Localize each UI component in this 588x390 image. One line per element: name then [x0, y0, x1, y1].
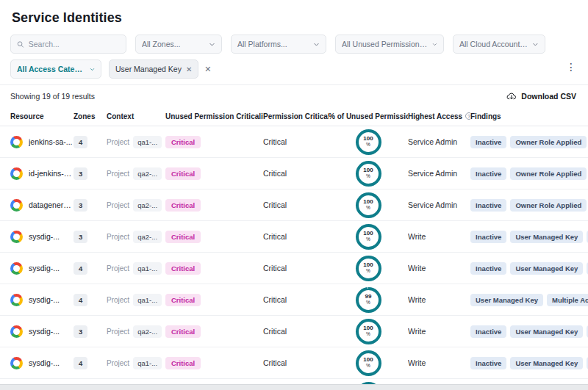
- resource-cell: sysdig-...: [10, 294, 74, 306]
- context-prefix-label: Project: [107, 359, 129, 367]
- percent-sign: %: [366, 237, 370, 242]
- finding-badge[interactable]: User Managed Key: [510, 325, 583, 338]
- help-icon[interactable]: ?: [465, 112, 470, 120]
- context-value-badge[interactable]: qa1-...: [133, 357, 162, 369]
- filters-row-2: All Access Categories... User Managed Ke…: [0, 58, 588, 85]
- resource-name-link[interactable]: datagenerati...: [29, 201, 74, 209]
- column-header-unused-permission-criticality[interactable]: Unused Permission Criticality?: [165, 112, 263, 120]
- cloud-accounts-filter-dropdown[interactable]: All Cloud Accounts...: [453, 35, 545, 54]
- zones-count-badge[interactable]: 3: [74, 199, 87, 212]
- table-row[interactable]: jenkins-sa-... 4 Project qa1-... Critica…: [0, 126, 588, 158]
- finding-badge[interactable]: Multiple Access Ke: [547, 294, 588, 306]
- context-value-badge[interactable]: qa2-...: [133, 199, 162, 212]
- table-row[interactable]: id-jenkins-sa... 3 Project qa2-... Criti…: [0, 158, 588, 189]
- more-options-icon[interactable]: ⋮: [566, 59, 576, 74]
- context-value-badge[interactable]: qa1-...: [133, 294, 162, 306]
- table-row[interactable]: sysdig-... 4 Project qa1-... Critical Cr…: [0, 284, 588, 316]
- column-header-percent-unused-permissions[interactable]: % of Unused Permissions: [329, 112, 408, 120]
- table-row[interactable]: sysdig-... 3 Project qa2-... Critical Cr…: [0, 316, 588, 347]
- highest-access-cell: Write: [408, 358, 470, 367]
- finding-badge[interactable]: User Managed Key: [510, 262, 583, 275]
- context-cell: Project qa2-...: [107, 199, 165, 212]
- context-value-badge[interactable]: qa1-...: [133, 262, 162, 275]
- zones-filter-dropdown[interactable]: All Zones...: [135, 35, 222, 54]
- cloud-download-icon: [506, 92, 517, 101]
- table-row[interactable]: sysdig-... 4 Project qa1-... Critical Cr…: [0, 347, 588, 379]
- resource-name-link[interactable]: sysdig-...: [29, 295, 60, 304]
- resource-name-link[interactable]: jenkins-sa-...: [29, 137, 73, 146]
- finding-badge[interactable]: Inactive: [470, 262, 506, 275]
- context-prefix-label: Project: [107, 201, 129, 209]
- finding-badge[interactable]: Inactive: [470, 199, 506, 212]
- resource-cell: sysdig-...: [10, 231, 74, 243]
- active-filter-chip-user-managed-key[interactable]: User Managed Key ✕: [109, 59, 198, 79]
- finding-badge[interactable]: Inactive: [470, 136, 506, 148]
- resource-name-link[interactable]: sysdig-...: [29, 232, 60, 241]
- resource-name-link[interactable]: id-jenkins-sa...: [29, 169, 74, 178]
- google-cloud-icon: [10, 231, 23, 243]
- zones-count-badge[interactable]: 4: [74, 294, 87, 306]
- google-cloud-icon: [10, 136, 23, 148]
- zones-count-badge[interactable]: 3: [74, 167, 87, 180]
- percent-unused-cell: 100 %: [329, 256, 408, 281]
- percent-unused-cell: 99 %: [329, 287, 408, 313]
- finding-badge[interactable]: Owner Role Applied: [510, 199, 587, 212]
- permission-criticality-cell: Critical: [263, 264, 329, 272]
- column-header-zones[interactable]: Zones: [74, 112, 107, 120]
- chevron-down-icon: [209, 41, 215, 48]
- chip-remove-icon[interactable]: ✕: [186, 65, 192, 73]
- column-header-highest-access[interactable]: Highest Access?: [408, 112, 470, 120]
- finding-badge[interactable]: Inactive: [470, 167, 506, 180]
- table-row[interactable]: sysdig-... 3 Project qa2-... Critical Cr…: [0, 221, 588, 253]
- finding-badge[interactable]: Inactive: [470, 357, 506, 369]
- platforms-filter-dropdown[interactable]: All Platforms...: [231, 35, 326, 54]
- resource-cell: sysdig-...: [10, 262, 74, 275]
- search-box[interactable]: [10, 35, 126, 54]
- finding-badge[interactable]: User Managed Key: [470, 294, 543, 306]
- cloud-accounts-filter-label: All Cloud Accounts...: [459, 40, 528, 48]
- highest-access-cell: Service Admin: [408, 169, 470, 178]
- table-row[interactable]: sysdig-... 4 Project qa1-... Critical Cr…: [0, 253, 588, 284]
- context-value-badge[interactable]: qa2-...: [133, 167, 162, 180]
- column-header-findings[interactable]: Findings: [470, 112, 588, 120]
- zones-count-badge[interactable]: 3: [74, 231, 87, 243]
- google-cloud-icon: [10, 262, 23, 275]
- context-value-badge[interactable]: qa1-...: [133, 136, 162, 148]
- unused-permission-criticality-filter-dropdown[interactable]: All Unused Permission Criticali...: [335, 35, 444, 54]
- zones-count-badge[interactable]: 4: [74, 262, 87, 275]
- column-header-resource[interactable]: Resource: [10, 112, 74, 120]
- context-value-badge[interactable]: qa2-...: [133, 325, 162, 338]
- filters-row-1: All Zones... All Platforms... All Unused…: [0, 33, 588, 58]
- chip-label: User Managed Key: [115, 65, 182, 73]
- zones-count-badge[interactable]: 4: [74, 357, 87, 369]
- percent-unused-cell: 100 %: [329, 129, 408, 155]
- google-cloud-icon: [10, 325, 23, 338]
- access-categories-filter-dropdown[interactable]: All Access Categories...: [10, 59, 101, 79]
- finding-badge[interactable]: User Managed Key: [510, 357, 583, 369]
- clear-filters-icon[interactable]: ✕: [204, 65, 211, 74]
- table-row[interactable]: sysdig-... 3 Project qa2-... Critical Cr…: [0, 379, 588, 385]
- context-value-badge[interactable]: qa2-...: [133, 231, 162, 243]
- column-header-context[interactable]: Context: [107, 112, 165, 120]
- download-csv-button[interactable]: Download CSV: [506, 92, 576, 101]
- zones-count-badge[interactable]: 4: [74, 136, 87, 148]
- percent-sign: %: [366, 174, 370, 179]
- finding-badge[interactable]: Inactive: [470, 325, 506, 338]
- table-row[interactable]: datagenerati... 3 Project qa2-... Critic…: [0, 189, 588, 221]
- context-cell: Project qa1-...: [107, 294, 165, 306]
- unused-criticality-cell: Critical: [165, 231, 263, 243]
- resource-name-link[interactable]: sysdig-...: [29, 358, 60, 367]
- zones-cell: 3: [74, 167, 107, 180]
- zones-count-badge[interactable]: 3: [74, 325, 87, 338]
- finding-badge[interactable]: Inactive: [470, 231, 506, 243]
- resource-name-link[interactable]: sysdig-...: [29, 327, 60, 336]
- resource-name-link[interactable]: sysdig-...: [29, 264, 60, 272]
- column-header-permission-criticality[interactable]: Permission Criticality: [263, 112, 329, 120]
- findings-cell: User Managed KeyMultiple Access Ke: [470, 294, 588, 306]
- finding-badge[interactable]: User Managed Key: [510, 231, 583, 243]
- finding-badge[interactable]: Owner Role Applied: [510, 167, 587, 180]
- search-icon: [17, 40, 24, 48]
- finding-badge[interactable]: Owner Role Applied: [510, 136, 587, 148]
- search-input[interactable]: [29, 40, 120, 48]
- percent-gauge: 100 %: [356, 256, 381, 281]
